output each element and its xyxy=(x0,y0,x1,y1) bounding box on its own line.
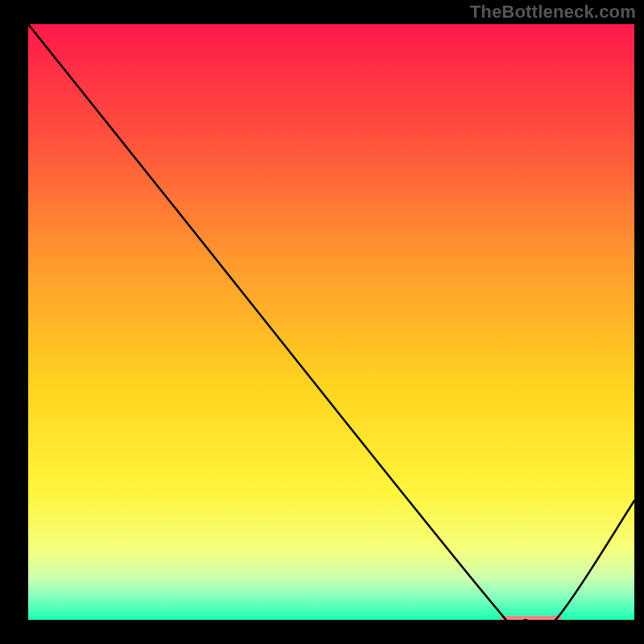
plot-area xyxy=(28,24,634,620)
chart-svg xyxy=(28,24,634,620)
gradient-background xyxy=(28,24,634,620)
valley-marker xyxy=(501,616,561,620)
watermark-text: TheBottleneck.com xyxy=(470,2,636,23)
chart-frame: TheBottleneck.com xyxy=(0,0,644,644)
